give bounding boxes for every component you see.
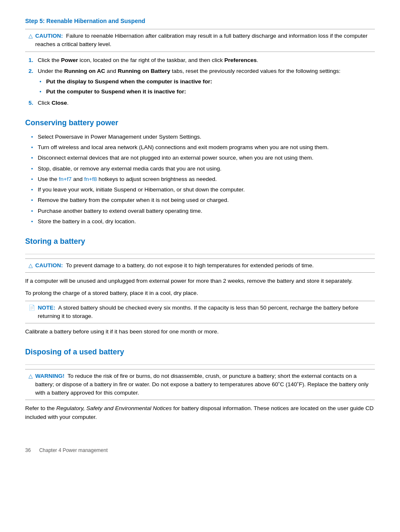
- footer-page-number: 36: [25, 447, 31, 453]
- storing-note-body: A stored battery should be checked every…: [38, 305, 358, 319]
- storing-caution-box: △ CAUTION: To prevent damage to a batter…: [25, 258, 375, 273]
- storing-section: Storing a battery △ CAUTION: To prevent …: [25, 236, 375, 336]
- disposing-section: Disposing of a used battery △ WARNING! T…: [25, 346, 375, 421]
- step5-item-3: Click Close.: [38, 99, 375, 107]
- conserving-item-2: Turn off wireless and local area network…: [38, 143, 375, 152]
- power-bold: Power: [61, 57, 78, 63]
- step5-caution-text: CAUTION: Failure to reenable Hibernation…: [35, 32, 371, 49]
- preferences-bold: Preferences: [224, 57, 257, 63]
- sub-item-1-text: Put the display to Suspend when the comp…: [46, 78, 212, 85]
- footer-chapter: Chapter 4 Power management: [39, 447, 107, 453]
- step5-sub-item-2: Put the computer to Suspend when it is i…: [46, 88, 375, 96]
- disposing-top-rule: [25, 364, 375, 365]
- disposing-para: Refer to the Regulatory, Safety and Envi…: [25, 404, 375, 421]
- conserving-bullet-list: Select Powersave in Power Management und…: [38, 133, 375, 226]
- storing-note-label: NOTE:: [38, 305, 55, 311]
- step5-heading: Step 5: Reenable Hibernation and Suspend: [25, 17, 375, 26]
- conserving-item-4: Stop, disable, or remove any external me…: [38, 165, 375, 173]
- step5-numbered-list: Click the Power icon, located on the far…: [38, 56, 375, 107]
- storing-para-1: If a computer will be unused and unplugg…: [25, 277, 375, 285]
- caution-triangle-icon: △: [29, 32, 33, 40]
- conserving-section: Conserving battery power Select Powersav…: [25, 117, 375, 226]
- disposing-italic-text: Regulatory, Safety and Environmental Not…: [56, 405, 171, 411]
- conserving-item-5: Use the fn+f7 and fn+f8 hotkeys to adjus…: [38, 175, 375, 183]
- step5-item-1: Click the Power icon, located on the far…: [38, 56, 375, 65]
- step5-section: Step 5: Reenable Hibernation and Suspend…: [25, 17, 375, 107]
- disposing-warning-text: WARNING! To reduce the risk of fire or b…: [35, 372, 371, 398]
- fn-f8-link: fn+f8: [84, 176, 97, 182]
- conserving-item-6: If you leave your work, initiate Suspend…: [38, 186, 375, 194]
- step5-caution-body: Failure to reenable Hibernation after ca…: [35, 33, 367, 47]
- conserving-heading: Conserving battery power: [25, 117, 375, 129]
- fn-f7-link: fn+f7: [59, 176, 71, 182]
- disposing-warning-triangle-icon: △: [29, 372, 33, 380]
- storing-top-rule: [25, 254, 375, 254]
- step5-caution-box: △ CAUTION: Failure to reenable Hibernati…: [25, 29, 375, 52]
- note-book-icon: 📄: [29, 304, 35, 312]
- storing-note-text: NOTE: A stored battery should be checked…: [38, 304, 371, 321]
- disposing-warning-body: To reduce the risk of fire or burns, do …: [35, 373, 369, 396]
- disposing-heading: Disposing of a used battery: [25, 346, 375, 358]
- storing-para-2: To prolong the charge of a stored batter…: [25, 289, 375, 297]
- page-footer: 36 Chapter 4 Power management: [25, 447, 375, 454]
- close-bold: Close: [52, 100, 67, 106]
- storing-last-para: Calibrate a battery before using it if i…: [25, 328, 375, 336]
- conserving-item-7: Remove the battery from the computer whe…: [38, 196, 375, 204]
- storing-note-box: 📄 NOTE: A stored battery should be check…: [25, 301, 375, 324]
- running-ac-bold: Running on AC: [64, 68, 105, 74]
- step5-item-2: Under the Running on AC and Running on B…: [38, 67, 375, 96]
- disposing-warning-box: △ WARNING! To reduce the risk of fire or…: [25, 369, 375, 400]
- storing-caution-label: CAUTION:: [35, 262, 63, 269]
- step5-caution-label: CAUTION:: [35, 33, 63, 39]
- storing-heading: Storing a battery: [25, 236, 375, 247]
- conserving-item-1: Select Powersave in Power Management und…: [38, 133, 375, 141]
- storing-caution-triangle-icon: △: [29, 261, 33, 270]
- storing-caution-body: To prevent damage to a battery, do not e…: [66, 262, 314, 269]
- sub-item-2-text: Put the computer to Suspend when it is i…: [46, 88, 186, 95]
- conserving-item-8: Purchase another battery to extend overa…: [38, 207, 375, 215]
- conserving-item-3: Disconnect external devices that are not…: [38, 154, 375, 162]
- step5-sub-item-1: Put the display to Suspend when the comp…: [46, 77, 375, 86]
- step5-sub-bullets: Put the display to Suspend when the comp…: [46, 77, 375, 96]
- conserving-item-9: Store the battery in a cool, dry locatio…: [38, 217, 375, 226]
- disposing-warning-label: WARNING!: [35, 373, 65, 379]
- running-battery-bold: Running on Battery: [118, 68, 170, 74]
- storing-caution-text: CAUTION: To prevent damage to a battery,…: [35, 261, 314, 270]
